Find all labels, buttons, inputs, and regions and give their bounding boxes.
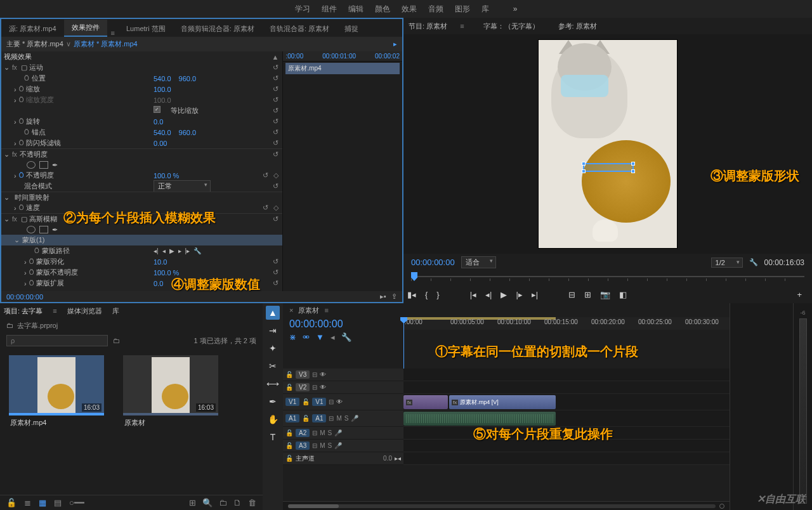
ws-overflow-icon[interactable]: »: [513, 4, 518, 13]
ripple-tool-icon[interactable]: ✦: [266, 341, 280, 355]
video-clip[interactable]: fx原素材.mp4 [V]: [449, 395, 556, 409]
ws-tab[interactable]: 效果: [402, 4, 417, 15]
track-label[interactable]: A1: [312, 414, 326, 422]
go-to-out-icon[interactable]: ▸|: [532, 290, 538, 299]
mask-1[interactable]: ⌄ 蒙版(1): [1, 235, 282, 245]
prev-kf-icon[interactable]: ◂: [162, 247, 166, 254]
track-header-v1[interactable]: V1 🔓 V1 ⊟ 👁: [283, 394, 403, 410]
master-clip-name[interactable]: 主要 * 原素材.mp4: [6, 39, 63, 49]
program-preview[interactable]: ③调整蒙版形状: [403, 34, 812, 254]
twirl-icon[interactable]: ›: [14, 204, 16, 212]
stopwatch-icon[interactable]: Ö: [29, 258, 34, 265]
play-mask-icon[interactable]: ▶: [169, 247, 174, 254]
ws-tab[interactable]: 颜色: [375, 4, 390, 15]
tab-library[interactable]: 库: [112, 306, 119, 316]
feather-value[interactable]: 10.0: [154, 258, 167, 266]
export-frame-icon[interactable]: 📷: [600, 290, 610, 299]
tab-project[interactable]: 项目: 去字幕: [4, 306, 43, 316]
twirl-icon[interactable]: ›: [14, 118, 16, 126]
panel-menu-icon[interactable]: ≡: [53, 307, 56, 315]
voiceover-icon[interactable]: 🎤: [334, 442, 342, 449]
slip-tool-icon[interactable]: ⟷: [266, 377, 280, 391]
track-label[interactable]: V1: [312, 398, 326, 406]
snap-icon[interactable]: ⋇: [289, 332, 296, 342]
track-v1[interactable]: fx fx原素材.mp4 [V]: [403, 394, 730, 410]
stopwatch-icon[interactable]: Ö: [19, 118, 24, 125]
fit-select[interactable]: 适合: [461, 256, 496, 268]
track-select-tool-icon[interactable]: ⇥: [266, 324, 280, 337]
tab-media-browser[interactable]: 媒体浏览器: [67, 306, 102, 316]
source-patch[interactable]: V1: [285, 398, 299, 406]
twirl-icon[interactable]: ›: [24, 269, 27, 277]
solo-button[interactable]: S: [328, 442, 332, 449]
tab-lumetri[interactable]: Lumetri 范围: [119, 21, 173, 37]
settings-wrench-icon[interactable]: 🔧: [749, 258, 758, 266]
reset-icon[interactable]: ↺: [273, 150, 278, 159]
toggle-icon[interactable]: ▸▪: [380, 292, 386, 301]
track-a3[interactable]: [403, 440, 730, 452]
blend-mode-select[interactable]: 正常: [154, 180, 211, 192]
settings-icon[interactable]: ◂: [331, 332, 335, 342]
folder-icon[interactable]: 🗀: [6, 322, 13, 329]
program-timecode[interactable]: 00:00:00:00: [411, 258, 455, 267]
zoom-handle-icon[interactable]: [719, 504, 724, 509]
stopwatch-icon[interactable]: Ö: [19, 204, 24, 211]
hand-tool-icon[interactable]: ✋: [266, 412, 280, 426]
twirl-icon[interactable]: ⌄: [4, 215, 10, 223]
eye-icon[interactable]: 👁: [336, 398, 343, 405]
track-fwd-icon[interactable]: |▸: [185, 247, 190, 254]
audio-clip[interactable]: [403, 412, 556, 426]
twirl-icon[interactable]: ⌄: [4, 193, 10, 202]
write-lock-icon[interactable]: 🔓: [6, 498, 16, 507]
track-a2[interactable]: [403, 427, 730, 440]
mini-playhead-icon[interactable]: ▸: [393, 40, 397, 48]
zoom-slider[interactable]: ○━━: [69, 498, 84, 507]
lock-icon[interactable]: 🔓: [285, 442, 293, 449]
reset-icon[interactable]: ↺: [273, 74, 278, 82]
twirl-icon[interactable]: ⌄: [4, 63, 10, 72]
reset-icon[interactable]: ↺: [273, 96, 278, 104]
anchor-y[interactable]: 960.0: [179, 129, 197, 136]
tab-effect-controls[interactable]: 效果控件: [64, 20, 107, 37]
play-icon[interactable]: ▶: [501, 290, 507, 299]
twirl-icon[interactable]: ›: [24, 280, 27, 287]
rect-mask-icon[interactable]: [39, 161, 48, 169]
reset-icon[interactable]: ↺: [263, 204, 268, 212]
source-patch[interactable]: A1: [285, 414, 299, 422]
lock-icon[interactable]: 🔓: [302, 415, 310, 422]
track-v2[interactable]: [403, 381, 730, 394]
effect-opacity[interactable]: ⌄ fx 不透明度 ↺: [1, 148, 282, 159]
sequence-clip-name[interactable]: 原素材 * 原素材.mp4: [74, 39, 138, 49]
timeline-zoom-bar[interactable]: [283, 501, 730, 510]
effect-mini-timeline[interactable]: :00:00 00:00:01:00 00:00:02 原素材.mp4: [283, 51, 402, 291]
button-editor-icon[interactable]: +: [797, 290, 802, 299]
reset-icon[interactable]: ↺: [273, 279, 278, 287]
stopwatch-icon[interactable]: Ö: [29, 269, 34, 276]
marker-icon[interactable]: ▼: [316, 332, 324, 342]
zoom-thumb[interactable]: [288, 504, 339, 508]
rotation-value[interactable]: 0.0: [154, 118, 163, 126]
track-label[interactable]: V2: [296, 383, 310, 391]
project-item[interactable]: 16:03 原素材.mp4: [9, 355, 104, 430]
lock-icon[interactable]: 🔓: [302, 398, 310, 405]
item-thumbnail[interactable]: 16:03: [123, 355, 218, 415]
step-fwd-icon[interactable]: |▸: [516, 290, 522, 299]
tab-audio-track-mixer[interactable]: 音轨混合器: 原素材: [262, 21, 337, 37]
opacity-value[interactable]: 100.0 %: [154, 172, 179, 180]
toggle-output-icon[interactable]: ⊟: [312, 429, 317, 436]
stopwatch-icon[interactable]: Ö: [24, 75, 29, 82]
reset-icon[interactable]: ↺: [273, 215, 278, 223]
go-to-in-icon[interactable]: |◂: [470, 290, 476, 299]
timeline-timecode[interactable]: 00:00:00:00: [289, 317, 397, 331]
comparison-icon[interactable]: ◧: [619, 290, 627, 299]
toggle-output-icon[interactable]: ⊟: [329, 415, 334, 422]
tab-program[interactable]: 节目: 原素材: [409, 22, 447, 31]
mini-clip-bar[interactable]: 原素材.mp4: [285, 63, 400, 74]
razor-tool-icon[interactable]: ✂: [266, 359, 280, 373]
next-kf-icon[interactable]: ▸: [178, 247, 181, 254]
new-item-icon[interactable]: 🗋: [233, 498, 242, 507]
twirl-icon[interactable]: ›: [14, 140, 16, 147]
position-x[interactable]: 540.0: [154, 75, 171, 82]
solo-button[interactable]: S: [328, 429, 332, 436]
stopwatch-icon[interactable]: Ö: [29, 280, 34, 287]
